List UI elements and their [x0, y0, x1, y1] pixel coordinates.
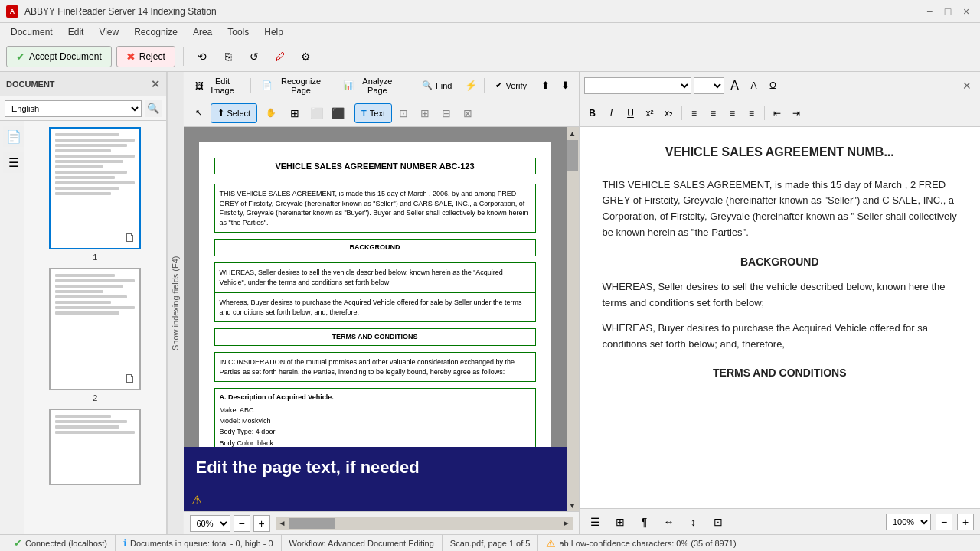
- h-scroll-right[interactable]: ►: [560, 517, 573, 530]
- thumbnail-number-1: 1: [93, 253, 97, 262]
- settings-button[interactable]: ⚙: [296, 46, 317, 67]
- thumbnail-item[interactable]: [31, 409, 160, 485]
- panel-icon-list[interactable]: ☰: [3, 152, 24, 173]
- text-tool-3[interactable]: ⊞: [415, 103, 435, 123]
- right-zoom-out[interactable]: −: [936, 514, 952, 530]
- text-button[interactable]: T Text: [354, 103, 392, 123]
- title-bar: A ABBYY FineReader Server 14 Indexing St…: [0, 0, 980, 23]
- bold-button[interactable]: B: [584, 105, 601, 122]
- app-icon: A: [6, 5, 18, 18]
- align-center-button[interactable]: ≡: [705, 105, 722, 122]
- text-tool-2[interactable]: ⊡: [394, 103, 413, 123]
- font-larger-button[interactable]: A: [727, 77, 743, 94]
- superscript-button[interactable]: x²: [642, 105, 658, 122]
- align-left-button[interactable]: ≡: [686, 105, 703, 122]
- zoom-select[interactable]: 60%: [190, 515, 230, 532]
- pan-button[interactable]: ✋: [259, 103, 283, 123]
- verify-button[interactable]: ✔ Verify: [488, 76, 534, 96]
- scroll-down[interactable]: ▼: [567, 499, 579, 511]
- doc-para1[interactable]: THIS VEHICLE SALES AGREEMENT, is made th…: [214, 184, 536, 233]
- filter-button[interactable]: ⚡: [462, 76, 479, 96]
- menu-view[interactable]: View: [91, 25, 126, 39]
- copy-button[interactable]: ⎘: [217, 46, 239, 67]
- language-select[interactable]: English: [5, 100, 142, 117]
- align-right-button[interactable]: ≡: [724, 105, 741, 122]
- scroll-thumb[interactable]: [567, 140, 578, 171]
- arrow-button[interactable]: ↺: [243, 46, 265, 67]
- restore-button[interactable]: □: [940, 4, 956, 19]
- recognize-page-button[interactable]: 📄 Recognize Page: [255, 76, 332, 96]
- tooltip-text: Edit the page text, if needed: [196, 458, 420, 477]
- thumbnail-box-1[interactable]: 🗋: [49, 127, 141, 249]
- rbt-list-button[interactable]: ☰: [586, 512, 606, 532]
- scroll-up[interactable]: ▲: [567, 127, 579, 139]
- analyze-page-button[interactable]: 📊 Analyze Page: [336, 76, 405, 96]
- left-panel-close[interactable]: ✕: [151, 78, 160, 90]
- right-text-area[interactable]: VEHICLE SALES AGREEMENT NUMB... THIS VEH…: [580, 127, 981, 508]
- select-button[interactable]: ⬆ Select: [211, 103, 258, 123]
- subscript-button[interactable]: x₂: [661, 105, 678, 122]
- tooltip-bar: Edit the page text, if needed: [184, 447, 567, 488]
- menu-area[interactable]: Area: [185, 25, 220, 39]
- menu-recognize[interactable]: Recognize: [126, 25, 185, 39]
- stamp-button[interactable]: 🖊: [270, 46, 291, 67]
- rbt-fit-button[interactable]: ⊡: [708, 512, 728, 532]
- thumb-line: [55, 155, 135, 158]
- reject-button[interactable]: ✖ Reject: [116, 46, 175, 67]
- thumb-line: [55, 165, 103, 168]
- italic-button[interactable]: I: [603, 105, 620, 122]
- text-tool-4[interactable]: ⊟: [436, 103, 456, 123]
- right-zoom-in[interactable]: +: [957, 514, 974, 530]
- rbt-arrow2-button[interactable]: ↕: [684, 512, 704, 532]
- thumbnail-item[interactable]: 🗋 1: [31, 127, 160, 262]
- minimize-button[interactable]: −: [922, 4, 937, 19]
- rect-select-button[interactable]: ⬜: [306, 103, 326, 123]
- close-button[interactable]: ×: [959, 4, 974, 19]
- right-zoom-select[interactable]: 100%: [886, 514, 931, 530]
- special-char-button[interactable]: Ω: [765, 77, 782, 94]
- thumbnail-box-2[interactable]: 🗋: [49, 268, 141, 390]
- menu-document[interactable]: Document: [3, 25, 60, 39]
- lasso-button[interactable]: ⬛: [328, 103, 348, 123]
- indent-left-button[interactable]: ⇤: [769, 105, 786, 122]
- zoom-out-button[interactable]: −: [234, 515, 250, 532]
- find-button[interactable]: 🔍 Find: [415, 76, 459, 96]
- et-separator: [410, 78, 410, 93]
- zoom-in-button[interactable]: +: [253, 515, 270, 532]
- cursor-button[interactable]: ↖: [188, 103, 209, 123]
- thumbnail-item[interactable]: 🗋 2: [31, 268, 160, 403]
- doc-terms-text[interactable]: IN CONSIDERATION of the mutual promises …: [214, 352, 536, 382]
- underline-button[interactable]: U: [622, 105, 639, 122]
- font-select[interactable]: [584, 77, 691, 94]
- accept-document-button[interactable]: ✔ Accept Document: [6, 46, 112, 67]
- h-scroll-thumb[interactable]: [289, 518, 335, 529]
- zoom-area-button[interactable]: ⊞: [285, 103, 305, 123]
- doc-para3[interactable]: Whereas, Buyer desires to purchase the A…: [214, 292, 536, 322]
- panel-icon-pages[interactable]: 📄: [3, 126, 24, 147]
- text-tool-5[interactable]: ⊠: [458, 103, 478, 123]
- menu-help[interactable]: Help: [256, 25, 291, 39]
- font-smaller-button[interactable]: A: [746, 77, 763, 94]
- doc-background-title: BACKGROUND: [214, 239, 536, 256]
- doc-para2[interactable]: WHEREAS, Seller desires to sell the vehi…: [214, 262, 536, 292]
- right-panel-close-button[interactable]: ✕: [959, 77, 975, 94]
- edit-icon-btn1[interactable]: ⬆: [537, 76, 554, 96]
- rbt-arrow-button[interactable]: ↔: [659, 512, 679, 532]
- menu-edit[interactable]: Edit: [60, 25, 92, 39]
- rbt-pilcrow-button[interactable]: ¶: [635, 512, 655, 532]
- edit-image-button[interactable]: 🖼 Edit Image: [188, 76, 246, 96]
- h-scroll[interactable]: ◄ ►: [276, 517, 573, 530]
- side-label[interactable]: Show indexing fields (F4): [167, 72, 184, 534]
- find-label: Find: [436, 81, 452, 90]
- fmt-separator: [764, 106, 765, 120]
- search-button[interactable]: 🔍: [145, 100, 162, 117]
- edit-icon-btn2[interactable]: ⬇: [557, 76, 573, 96]
- rotate-ccw-button[interactable]: ⟲: [191, 46, 213, 67]
- indent-right-button[interactable]: ⇥: [788, 105, 805, 122]
- h-scroll-left[interactable]: ◄: [276, 517, 289, 530]
- menu-tools[interactable]: Tools: [220, 25, 256, 39]
- align-justify-button[interactable]: ≡: [743, 105, 760, 122]
- thumbnail-box-3[interactable]: [49, 409, 141, 485]
- font-size-select[interactable]: [694, 77, 724, 94]
- rbt-special-button[interactable]: ⊞: [610, 512, 630, 532]
